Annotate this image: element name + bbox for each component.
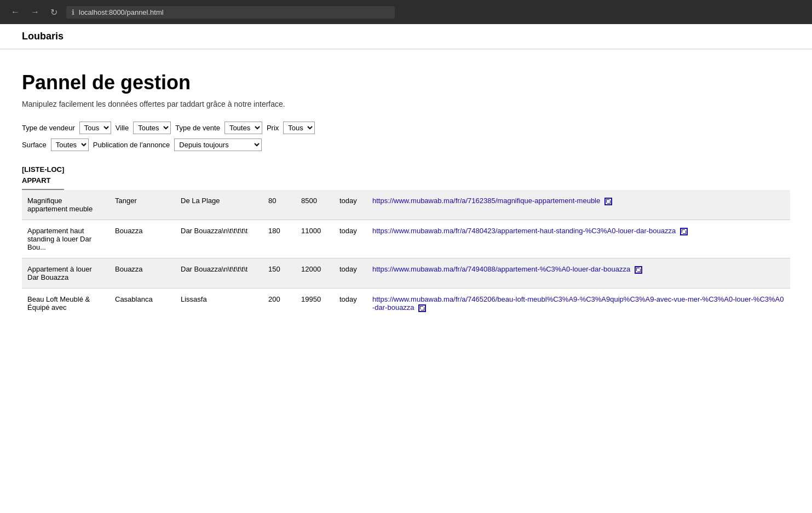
section-header: [LISTE-LOC] APPART xyxy=(22,164,790,190)
cell-date: today xyxy=(334,220,367,258)
cell-url: https://www.mubawab.ma/fr/a/7465206/beau… xyxy=(367,289,790,319)
cell-price: 12000 xyxy=(296,258,334,289)
table-row: Beau Loft Meublé & Équipé avec Casablanc… xyxy=(22,289,790,319)
cell-price: 11000 xyxy=(296,220,334,258)
ville-select[interactable]: Toutes xyxy=(133,122,171,134)
publication-label: Publication de l'annonce xyxy=(93,141,170,149)
listing-link[interactable]: https://www.mubawab.ma/fr/a/7494088/appa… xyxy=(372,265,630,273)
section-label-line1: [LISTE-LOC] xyxy=(22,165,64,174)
cell-neighborhood: Lissasfa xyxy=(175,289,263,319)
back-button[interactable]: ← xyxy=(9,5,22,19)
expand-icon[interactable] xyxy=(418,304,426,312)
cell-neighborhood: De La Plage xyxy=(175,190,263,220)
page-header: Loubaris xyxy=(0,24,812,49)
cell-surface: 150 xyxy=(263,258,296,289)
cell-title: Beau Loft Meublé & Équipé avec xyxy=(22,289,110,319)
main-content: Pannel de gestion Manipulez facilement l… xyxy=(0,49,812,330)
info-icon: ℹ xyxy=(72,8,74,16)
publication-select[interactable]: Depuis toujours xyxy=(174,139,262,151)
page-subtitle: Manipulez facilement les données offerte… xyxy=(22,100,790,108)
cell-city: Casablanca xyxy=(110,289,175,319)
prix-select[interactable]: Tous xyxy=(283,122,315,134)
brand-logo: Loubaris xyxy=(22,31,64,42)
expand-icon[interactable] xyxy=(604,198,612,205)
cell-title: Magnifique appartement meuble xyxy=(22,190,110,220)
filter-row-1: Type de vendeur Tous Ville Toutes Type d… xyxy=(22,122,790,134)
filters-section: Type de vendeur Tous Ville Toutes Type d… xyxy=(22,122,790,151)
section-label-line2: APPART xyxy=(22,176,50,185)
cell-url: https://www.mubawab.ma/fr/a/7494088/appa… xyxy=(367,258,790,289)
listing-link[interactable]: https://www.mubawab.ma/fr/a/7480423/appa… xyxy=(372,227,676,235)
cell-title: Appartement haut standing à louer Dar Bo… xyxy=(22,220,110,258)
cell-surface: 200 xyxy=(263,289,296,319)
cell-surface: 80 xyxy=(263,190,296,220)
cell-surface: 180 xyxy=(263,220,296,258)
cell-date: today xyxy=(334,289,367,319)
table-row: Appartement haut standing à louer Dar Bo… xyxy=(22,220,790,258)
surface-select[interactable]: Toutes xyxy=(51,139,89,151)
cell-url: https://www.mubawab.ma/fr/a/7480423/appa… xyxy=(367,220,790,258)
cell-city: Bouazza xyxy=(110,220,175,258)
prix-label: Prix xyxy=(267,124,279,132)
cell-date: today xyxy=(334,258,367,289)
listings-table: Magnifique appartement meuble Tanger De … xyxy=(22,190,790,319)
expand-icon[interactable] xyxy=(635,266,642,274)
cell-price: 8500 xyxy=(296,190,334,220)
expand-icon[interactable] xyxy=(680,228,688,235)
listing-link[interactable]: https://www.mubawab.ma/fr/a/7465206/beau… xyxy=(372,295,784,312)
address-bar[interactable]: ℹ localhost:8000/pannel.html xyxy=(66,6,395,19)
ville-label: Ville xyxy=(116,124,129,132)
vendeur-select[interactable]: Tous xyxy=(79,122,111,134)
vente-label: Type de vente xyxy=(175,124,220,132)
browser-chrome: ← → ↻ ℹ localhost:8000/pannel.html xyxy=(0,0,812,24)
url-text: localhost:8000/pannel.html xyxy=(79,8,164,16)
table-row: Magnifique appartement meuble Tanger De … xyxy=(22,190,790,220)
surface-label: Surface xyxy=(22,141,47,149)
vente-select[interactable]: Toutes xyxy=(224,122,262,134)
filter-row-2: Surface Toutes Publication de l'annonce … xyxy=(22,139,790,151)
cell-neighborhood: Dar Bouazza\n\t\t\t\t\t xyxy=(175,258,263,289)
cell-city: Tanger xyxy=(110,190,175,220)
forward-button[interactable]: → xyxy=(28,5,42,19)
vendeur-label: Type de vendeur xyxy=(22,124,75,132)
cell-city: Bouazza xyxy=(110,258,175,289)
cell-price: 19950 xyxy=(296,289,334,319)
page-title: Pannel de gestion xyxy=(22,71,790,94)
listing-link[interactable]: https://www.mubawab.ma/fr/a/7162385/magn… xyxy=(372,197,600,205)
cell-url: https://www.mubawab.ma/fr/a/7162385/magn… xyxy=(367,190,790,220)
refresh-button[interactable]: ↻ xyxy=(48,5,60,20)
cell-neighborhood: Dar Bouazza\n\t\t\t\t\t xyxy=(175,220,263,258)
cell-date: today xyxy=(334,190,367,220)
table-row: Appartement à louer Dar Bouazza Bouazza … xyxy=(22,258,790,289)
cell-title: Appartement à louer Dar Bouazza xyxy=(22,258,110,289)
